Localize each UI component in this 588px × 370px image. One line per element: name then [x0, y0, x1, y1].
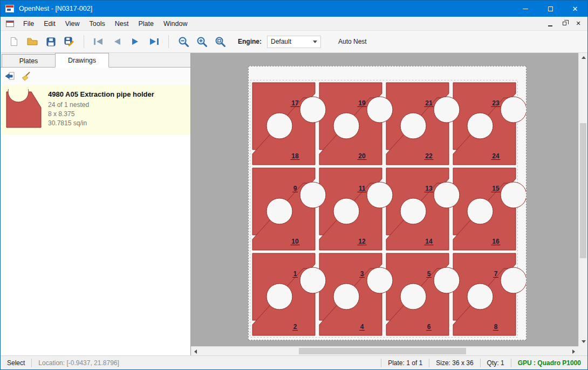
open-button[interactable] — [24, 33, 40, 50]
menu-view[interactable]: View — [60, 17, 85, 31]
previous-arrow-icon — [112, 38, 122, 45]
mdi-close-button[interactable]: ✕ — [572, 18, 584, 29]
scroll-down-button[interactable] — [579, 337, 587, 346]
horizontal-scrollbar[interactable] — [191, 346, 578, 355]
new-document-icon — [9, 37, 19, 46]
svg-text:12: 12 — [358, 238, 366, 245]
minimize-icon — [523, 9, 528, 9]
scroll-up-button[interactable] — [579, 53, 587, 62]
nest-svg: 171819202122232491011121314151612345678 — [249, 66, 526, 340]
maximize-icon — [548, 6, 553, 11]
clear-drawings-button[interactable] — [19, 69, 33, 83]
import-arrow-icon — [4, 71, 15, 81]
next-arrow-icon — [131, 38, 140, 45]
save-icon — [46, 37, 56, 46]
drawing-item-details: 4980 A05 Extraction pipe holder 24 of 1 … — [48, 89, 154, 130]
last-plate-button[interactable] — [146, 33, 162, 50]
zoom-out-button[interactable] — [175, 33, 192, 50]
arrow-up-icon — [582, 56, 586, 59]
new-button[interactable] — [6, 33, 22, 50]
toolbar-separator — [84, 35, 84, 48]
svg-text:5: 5 — [427, 270, 431, 278]
status-bar: Select Location: [-0.9437, 21.8796] Plat… — [1, 355, 587, 369]
svg-text:2: 2 — [293, 323, 297, 331]
scrollbar-corner — [578, 346, 587, 355]
toolbar-separator — [168, 35, 169, 48]
menu-plate[interactable]: Plate — [133, 17, 159, 31]
part-thumbnail — [5, 89, 43, 129]
previous-plate-button[interactable] — [109, 33, 125, 50]
import-drawing-button[interactable] — [3, 69, 17, 83]
status-location: Location: [-0.9437, 21.8796] — [32, 356, 125, 369]
first-plate-button[interactable] — [91, 33, 107, 50]
tab-drawings[interactable]: Drawings — [55, 53, 109, 68]
svg-text:8: 8 — [494, 323, 498, 331]
status-mode: Select — [1, 356, 31, 369]
zoom-fit-icon — [215, 36, 225, 47]
zoom-fit-button[interactable] — [212, 33, 228, 50]
auto-nest-button[interactable]: Auto Nest — [334, 35, 371, 48]
chevron-down-icon — [313, 41, 317, 43]
zoom-out-icon — [178, 36, 189, 47]
horizontal-scroll-thumb[interactable] — [299, 348, 466, 354]
tab-plates[interactable]: Plates — [2, 54, 56, 67]
mdi-minimize-icon — [548, 25, 552, 26]
zoom-in-button[interactable] — [194, 33, 210, 50]
mdi-restore-icon — [563, 22, 566, 25]
plate[interactable]: 171819202122232491011121314151612345678 — [248, 66, 527, 340]
drawing-area: 30.7815 sq/in — [48, 119, 154, 128]
menu-window[interactable]: Window — [159, 17, 192, 31]
svg-text:17: 17 — [291, 99, 299, 107]
menu-tools[interactable]: Tools — [85, 17, 110, 31]
svg-text:16: 16 — [492, 238, 500, 245]
side-panel: Plates Drawings — [1, 53, 191, 355]
mdi-restore-button[interactable] — [558, 18, 570, 29]
arrow-down-icon — [582, 340, 586, 343]
arrow-right-icon — [572, 349, 575, 354]
svg-text:11: 11 — [359, 185, 366, 192]
scroll-right-button[interactable] — [569, 347, 578, 355]
save-as-button[interactable] — [61, 33, 77, 50]
menu-edit[interactable]: Edit — [39, 17, 60, 31]
engine-select[interactable]: Default — [267, 36, 321, 48]
svg-text:22: 22 — [425, 152, 433, 160]
menu-nest[interactable]: Nest — [110, 17, 134, 31]
window-title: OpenNest - [N0317-002] — [19, 5, 92, 12]
vertical-scroll-thumb[interactable] — [580, 123, 586, 258]
zoom-in-icon — [196, 36, 207, 47]
panel-tabstrip: Plates Drawings — [1, 53, 190, 68]
next-plate-button[interactable] — [127, 33, 143, 50]
arrow-left-icon — [194, 349, 197, 354]
menu-bar: File Edit View Tools Nest Plate Window ✕ — [1, 17, 587, 31]
vertical-scrollbar[interactable] — [578, 53, 587, 346]
status-gpu: GPU : Quadro P1000 — [511, 356, 587, 369]
engine-selected-value: Default — [271, 38, 291, 45]
svg-text:4: 4 — [360, 323, 364, 331]
broom-icon — [21, 71, 31, 81]
status-qty: Qty: 1 — [481, 356, 511, 369]
last-arrow-icon — [148, 38, 160, 45]
svg-text:15: 15 — [492, 185, 500, 192]
svg-text:21: 21 — [425, 99, 433, 107]
svg-text:18: 18 — [291, 152, 299, 160]
mdi-minimize-button[interactable] — [544, 18, 556, 29]
engine-label: Engine: — [238, 38, 262, 45]
nest-canvas[interactable]: 171819202122232491011121314151612345678 — [191, 53, 587, 355]
drawings-toolbar — [1, 68, 190, 85]
main-toolbar: Engine: Default Auto Nest — [1, 31, 587, 53]
drawing-list-item[interactable]: 4980 A05 Extraction pipe holder 24 of 1 … — [1, 85, 190, 134]
svg-text:1: 1 — [293, 270, 297, 278]
scroll-left-button[interactable] — [191, 347, 200, 355]
drawing-nested-count: 24 of 1 nested — [48, 100, 154, 110]
menu-file[interactable]: File — [18, 17, 39, 31]
svg-text:14: 14 — [425, 238, 433, 245]
save-button[interactable] — [43, 33, 59, 50]
title-bar: OpenNest - [N0317-002] ✕ — [1, 1, 587, 17]
svg-text:6: 6 — [427, 323, 431, 331]
maximize-button[interactable] — [538, 1, 563, 17]
minimize-button[interactable] — [513, 1, 538, 17]
close-button[interactable]: ✕ — [563, 1, 587, 17]
svg-text:20: 20 — [358, 152, 366, 160]
drawing-size: 8 x 8.375 — [48, 110, 154, 119]
window-controls: ✕ — [513, 1, 587, 17]
